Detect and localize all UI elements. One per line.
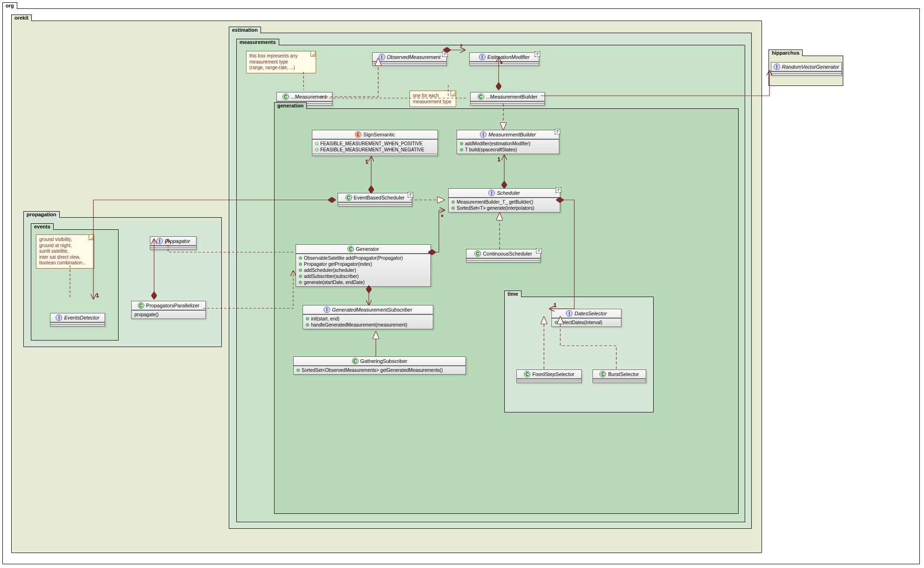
class-title: SignSemantic xyxy=(363,132,395,137)
template-badge: T xyxy=(535,51,540,57)
class-sign-semantic: ESignSemantic FEASIBLE_MEASUREMENT_WHEN_… xyxy=(312,130,438,156)
class-measurement-builder-concrete: C...MeasurementBuilder xyxy=(470,92,545,106)
member: FEASIBLE_MEASUREMENT_WHEN_POSITIVE xyxy=(320,141,423,146)
class-icon: C xyxy=(138,302,144,309)
member: addScheduler(scheduler) xyxy=(304,268,356,273)
class-title: PropagatorsParallelizer xyxy=(146,303,199,308)
member-dot xyxy=(306,317,309,320)
class-title: Generator xyxy=(356,246,379,252)
class-title: EstimationModifier xyxy=(487,54,529,60)
class-title: DatesSelector xyxy=(574,311,607,316)
package-tab-hipparchus: hipparchus xyxy=(769,50,803,56)
class-measurement-builder: T IMeasurementBuilder addModifier(estima… xyxy=(457,130,559,154)
interface-icon: I xyxy=(479,54,486,60)
package-tab-propagation: propagation xyxy=(23,211,60,218)
member-dot xyxy=(299,275,302,278)
class-title: Propagator xyxy=(165,238,190,244)
interface-icon: I xyxy=(324,306,330,313)
class-icon: C xyxy=(347,246,354,252)
note-events: ground visibility, ground at night, sunl… xyxy=(36,234,94,269)
class-icon: C xyxy=(352,358,359,364)
class-title: FixedStepSelector xyxy=(532,371,574,377)
note-one-each: one for each measurement type xyxy=(409,91,456,107)
class-title: GatheringSubscriber xyxy=(360,358,408,364)
member-dot xyxy=(306,323,309,327)
template-badge: T xyxy=(442,51,448,57)
class-title: Scheduler xyxy=(497,190,520,196)
member-dot xyxy=(555,321,558,324)
package-hipparchus: hipparchus IRandomVectorGenerator xyxy=(769,56,843,86)
package-tab-estimation: estimation xyxy=(229,27,261,33)
class-propagator: IPropagator xyxy=(150,236,197,250)
class-title: EventBasedScheduler xyxy=(354,195,405,200)
member: ObservableSatellite addPropagator(Propag… xyxy=(304,256,403,261)
interface-icon: I xyxy=(379,54,385,60)
enum-icon: E xyxy=(355,131,361,138)
package-tab-time: time xyxy=(504,291,522,297)
member: T build(spacecraftStates) xyxy=(465,147,517,152)
class-generated-measurement-subscriber: IGeneratedMeasurementSubscriber init(sta… xyxy=(303,305,433,329)
interface-icon: I xyxy=(56,314,62,321)
member-dot xyxy=(299,269,302,272)
member: selectDates(interval) xyxy=(560,320,602,325)
class-random-vector-generator: IRandomVectorGenerator xyxy=(771,62,842,76)
class-title: ObservedMeasurement xyxy=(387,54,441,60)
interface-icon: I xyxy=(480,131,487,138)
member-dot xyxy=(299,263,302,266)
interface-icon: I xyxy=(774,64,780,70)
package-measurements: measurements this box represents any mea… xyxy=(236,45,745,522)
template-badge: T xyxy=(556,187,561,193)
member-dot xyxy=(299,281,302,284)
package-estimation: estimation measurements this box represe… xyxy=(229,33,752,529)
member-dot xyxy=(460,148,463,151)
class-title: EventsDetector xyxy=(64,315,99,320)
class-continuous-scheduler: T CContinuousScheduler xyxy=(466,249,541,263)
member-dot xyxy=(296,369,300,372)
template-badge: T xyxy=(408,192,413,198)
package-tab-orekit: orekit xyxy=(11,14,32,21)
class-icon: C xyxy=(474,250,481,257)
member: init(start, end) xyxy=(311,316,339,321)
package-tab-generation: generation xyxy=(274,102,307,109)
class-scheduler: T IScheduler MeasurementBuilder_T_ getBu… xyxy=(448,188,560,213)
package-tab-measurements: measurements xyxy=(236,39,279,45)
class-title: GeneratedMeasurementSubscriber xyxy=(332,307,412,312)
class-title: ContinuousScheduler xyxy=(483,251,532,256)
package-events: events ground visibility, ground at nigh… xyxy=(31,229,119,341)
class-gathering-subscriber: CGatheringSubscriber SortedSet<ObservedM… xyxy=(293,356,466,375)
class-title: ...MeasurementBuilder xyxy=(486,94,538,99)
class-icon: C xyxy=(524,371,530,377)
member: Propagator getPropagator(index) xyxy=(304,262,372,267)
interface-icon: I xyxy=(566,310,572,317)
member: FEASIBLE_MEASUREMENT_WHEN_NEGATIVE xyxy=(320,147,424,152)
member: generate(startDate, endDate) xyxy=(304,280,365,285)
interface-icon: I xyxy=(156,238,163,244)
class-title: ...Measurement xyxy=(291,94,326,99)
class-icon: C xyxy=(478,93,484,100)
template-badge: T xyxy=(555,129,560,135)
class-dates-selector: IDatesSelector selectDates(interval) xyxy=(551,309,621,327)
member: SortedSet<T> generate(interpolators) xyxy=(457,206,534,211)
member-dot xyxy=(315,148,318,151)
member-dot xyxy=(451,200,455,204)
class-propagators-parallelizer: CPropagatorsParallelizer propagate() xyxy=(131,301,206,319)
template-badge: T xyxy=(536,248,542,254)
member-dot xyxy=(315,142,318,145)
class-generator: CGenerator ObservableSatellite addPropag… xyxy=(296,244,431,287)
package-tab-events: events xyxy=(31,223,54,230)
class-title: BurstSelector xyxy=(608,371,639,377)
class-title: RandomVectorGenerator xyxy=(782,64,839,70)
member: handleGeneratedMeasurement(measurement) xyxy=(311,322,407,327)
class-icon: C xyxy=(600,371,606,377)
class-fixed-step-selector: CFixedStepSelector xyxy=(516,369,582,383)
package-org: org orekit estimation measurements this … xyxy=(2,8,920,564)
member: propagate() xyxy=(134,312,203,318)
class-title: MeasurementBuilder xyxy=(488,132,536,137)
class-event-based-scheduler: T CEventBasedScheduler xyxy=(338,193,412,206)
member: addSubscriber(subscriber) xyxy=(304,274,359,279)
class-burst-selector: CBurstSelector xyxy=(592,369,646,383)
member-dot xyxy=(451,206,455,210)
interface-icon: I xyxy=(488,190,495,196)
member: MeasurementBuilder_T_ getBuilder() xyxy=(457,199,533,205)
class-estimation-modifier: T IEstimationModifier xyxy=(469,52,539,66)
